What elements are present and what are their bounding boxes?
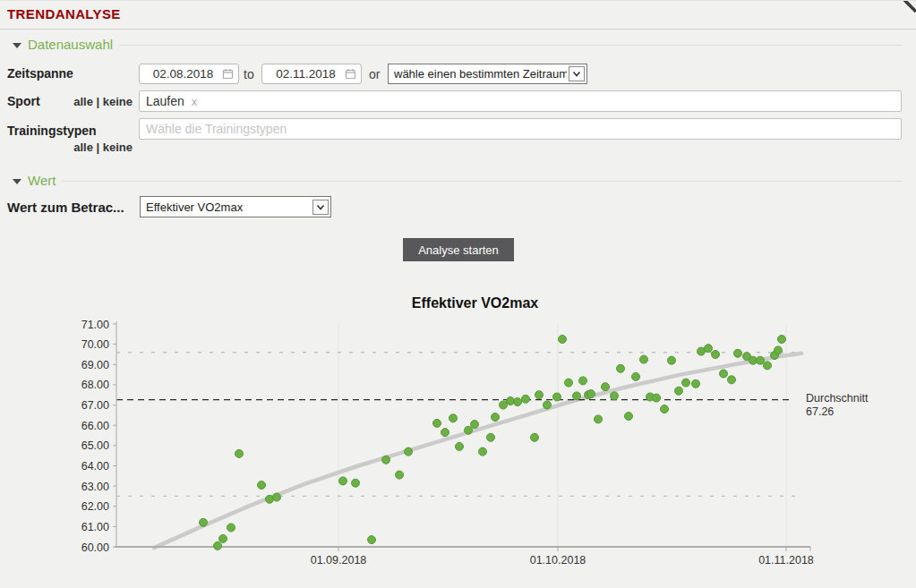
collapse-triangle-icon[interactable] (13, 179, 21, 184)
scatter-point (764, 362, 772, 370)
scatter-point (433, 419, 441, 427)
scatter-point (778, 336, 786, 344)
scatter-point (587, 390, 595, 398)
collapse-triangle-icon[interactable] (13, 43, 21, 48)
scatter-point (632, 372, 640, 380)
or-word: or (369, 67, 380, 81)
section-datenauswahl-label: Datenauswahl (28, 37, 113, 52)
scatter-point (611, 392, 619, 400)
y-tick-label: 65.00 (81, 439, 109, 452)
scatter-point (514, 398, 522, 406)
scatter-point (675, 387, 683, 395)
y-tick-label: 62.00 (81, 500, 109, 513)
section-wert[interactable]: Wert (13, 173, 903, 188)
to-word: to (244, 67, 254, 81)
chevron-down-icon[interactable] (569, 66, 585, 81)
x-tick-label: 01.11.2018 (758, 554, 814, 567)
sport-input[interactable]: Laufen x (139, 90, 902, 112)
section-wert-label: Wert (28, 173, 56, 188)
scatter-point (382, 456, 390, 464)
keine-link[interactable]: keine (103, 95, 133, 108)
keine-link[interactable]: keine (103, 141, 133, 154)
scatter-point (449, 414, 458, 422)
sport-label: Sport (7, 94, 40, 108)
zeitraum-select[interactable]: wähle einen bestimmten Zeitraum (388, 64, 587, 84)
chevron-down-icon[interactable] (312, 200, 329, 215)
mean-label: Durchschnitt (806, 392, 869, 405)
scatter-point (273, 493, 281, 501)
scatter-point (692, 379, 700, 388)
date-to-value: 02.11.2018 (267, 67, 345, 81)
scatter-point (595, 415, 603, 423)
pipe-separator: | (96, 95, 99, 108)
scatter-point (339, 477, 347, 485)
scatter-point (668, 356, 676, 364)
y-tick-label: 69.00 (81, 359, 109, 371)
zeitraum-select-value: wähle einen bestimmten Zeitraum (389, 67, 567, 81)
y-tick-label: 71.00 (81, 319, 109, 331)
scatter-point (471, 421, 479, 429)
y-tick-label: 68.00 (81, 379, 109, 391)
scatter-point (405, 447, 413, 456)
scatter-point (602, 383, 610, 391)
y-tick-label: 64.00 (81, 460, 109, 473)
analyse-starten-button[interactable]: Analyse starten (403, 238, 514, 261)
scatter-point (214, 541, 222, 550)
sport-tag: Laufen (146, 94, 184, 108)
trainingstypen-alle-keine: alle | keine (68, 141, 133, 154)
remove-tag-icon[interactable]: x (192, 95, 198, 108)
scatter-point (579, 377, 587, 385)
scatter-point (728, 376, 736, 384)
y-tick-label: 63.00 (81, 481, 109, 493)
date-to-input[interactable]: 02.11.2018 (261, 64, 362, 84)
scatter-point (640, 355, 648, 363)
sport-alle-keine: alle | keine (68, 95, 133, 108)
scatter-point (492, 413, 500, 422)
scatter-point (720, 370, 728, 378)
section-divider-line (119, 45, 903, 46)
scatter-point (352, 479, 360, 487)
section-datenauswahl[interactable]: Datenauswahl (13, 37, 903, 52)
wert-label: Wert zum Betrac... (7, 200, 124, 215)
page-title: TRENDANALYSE (7, 6, 121, 21)
scatter-point (200, 518, 208, 526)
scatter-point (235, 449, 244, 457)
y-tick-label: 60.00 (81, 541, 109, 554)
scatter-point (441, 429, 449, 437)
scatter-point (617, 364, 625, 372)
alle-link[interactable]: alle (73, 141, 93, 154)
date-from-input[interactable]: 02.08.2018 (139, 64, 239, 84)
scatter-point (661, 405, 669, 413)
alle-link[interactable]: alle (73, 95, 93, 108)
vo2max-scatter-chart: Durchschnitt67.2660.0061.0062.0063.0064.… (0, 314, 916, 583)
scatter-point (757, 356, 765, 364)
calendar-icon[interactable] (345, 68, 356, 80)
trainingstypen-label: Trainingstypen (7, 124, 97, 138)
chart-title: Effektiver VO2max (128, 295, 822, 311)
scatter-point (227, 524, 235, 532)
wert-select-value: Effektiver VO2max (141, 200, 311, 214)
pipe-separator: | (96, 141, 99, 154)
scatter-point (682, 379, 690, 387)
scatter-point (553, 393, 561, 401)
scatter-point (479, 447, 487, 456)
scatter-point (396, 471, 404, 479)
scatter-point (219, 534, 227, 542)
zeitspanne-label: Zeitspanne (7, 66, 73, 81)
calendar-icon[interactable] (222, 68, 234, 80)
trainingstypen-input[interactable] (139, 118, 902, 140)
scatter-point (705, 345, 713, 353)
scatter-point (775, 346, 783, 354)
scatter-point (465, 426, 473, 434)
pointer-artifact (903, 1, 916, 13)
scatter-point (522, 395, 530, 403)
wert-select[interactable]: Effektiver VO2max (140, 196, 331, 217)
scatter-point (258, 481, 266, 490)
scatter-point (565, 379, 573, 387)
x-tick-label: 01.10.2018 (530, 554, 586, 567)
scatter-point (368, 536, 376, 544)
y-tick-label: 67.00 (81, 399, 109, 412)
scatter-point (653, 394, 661, 402)
scatter-point (500, 401, 508, 409)
date-from-value: 02.08.2018 (144, 67, 222, 81)
